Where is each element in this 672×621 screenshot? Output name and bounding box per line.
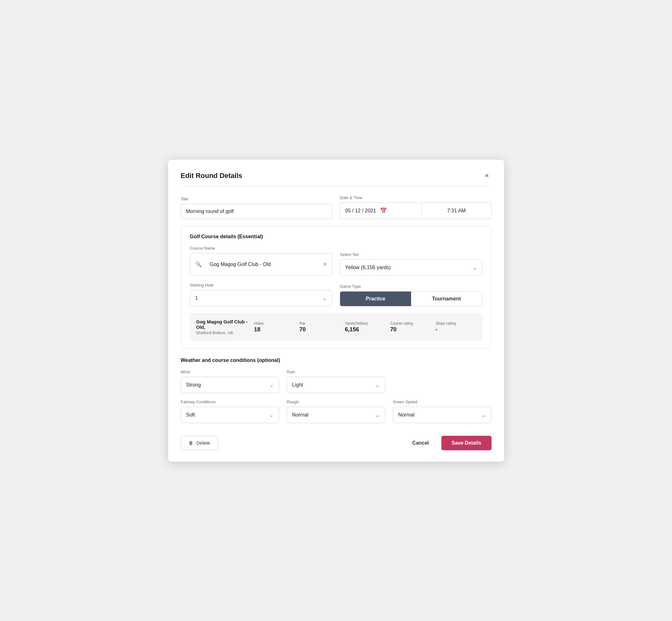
holes-value: 18 bbox=[254, 326, 260, 333]
par-value: 70 bbox=[299, 326, 306, 333]
chevron-down-icon: ⌄ bbox=[472, 264, 477, 271]
rain-group: Rain Light ⌄ bbox=[287, 370, 385, 393]
clear-icon[interactable]: ✕ bbox=[323, 261, 327, 267]
golf-course-section: Golf Course details (Essential) Course N… bbox=[181, 226, 492, 349]
edit-round-modal: Edit Round Details × Title Date & Time 0… bbox=[168, 160, 504, 462]
search-icon: 🔍 bbox=[195, 261, 202, 267]
footer-right: Cancel Save Details bbox=[406, 436, 492, 450]
time-field[interactable]: 7:31 AM bbox=[422, 203, 492, 219]
fairway-select[interactable]: Soft ⌄ bbox=[181, 407, 279, 423]
chevron-down-icon-7: ⌄ bbox=[481, 411, 486, 418]
select-tee-label: Select Tee bbox=[340, 252, 482, 257]
rain-select[interactable]: Light ⌄ bbox=[287, 377, 385, 393]
rough-select[interactable]: Normal ⌄ bbox=[287, 407, 385, 423]
date-value: 05 / 12 / 2021 bbox=[345, 208, 376, 214]
select-tee-value: Yellow (6,156 yards) bbox=[345, 265, 390, 271]
title-group: Title bbox=[181, 197, 333, 219]
starting-hole-label: Starting Hole bbox=[190, 283, 333, 287]
title-datetime-row: Title Date & Time 05 / 12 / 2021 📅 7:31 … bbox=[181, 195, 492, 219]
delete-button[interactable]: 🗑 Delete bbox=[181, 436, 218, 450]
close-button[interactable]: × bbox=[482, 171, 492, 180]
chevron-down-icon-3: ⌄ bbox=[269, 381, 274, 388]
chevron-down-icon-6: ⌄ bbox=[375, 411, 380, 418]
wind-select[interactable]: Strong ⌄ bbox=[181, 377, 279, 393]
select-tee-field[interactable]: Yellow (6,156 yards) ⌄ bbox=[340, 259, 482, 276]
calendar-icon: 📅 bbox=[380, 207, 387, 214]
slope-rating-value: - bbox=[436, 326, 437, 333]
game-type-toggle: Practice Tournament bbox=[340, 291, 482, 306]
course-tee-row: Course Name 🔍 ✕ Select Tee Yellow (6,156… bbox=[190, 246, 482, 276]
wind-value: Strong bbox=[186, 382, 201, 388]
green-select[interactable]: Normal ⌄ bbox=[393, 407, 491, 423]
holes-label: Holes bbox=[254, 321, 264, 326]
chevron-down-icon-5: ⌄ bbox=[269, 411, 274, 418]
time-value: 7:31 AM bbox=[447, 208, 466, 214]
chevron-down-icon-2: ⌄ bbox=[322, 295, 327, 302]
course-name-label: Course Name bbox=[190, 246, 333, 251]
tournament-button[interactable]: Tournament bbox=[411, 292, 482, 306]
conditions-row: Fairway Conditions Soft ⌄ Rough Normal ⌄… bbox=[181, 400, 492, 423]
weather-section: Weather and course conditions (optional)… bbox=[181, 358, 492, 423]
fairway-value: Soft bbox=[186, 412, 195, 418]
course-info-card: Gog Magog Golf Club - Old, Shelford Bott… bbox=[190, 313, 482, 341]
green-value: Normal bbox=[398, 412, 415, 418]
course-name-display: Gog Magog Golf Club - Old, bbox=[196, 319, 249, 330]
par-stat: Par 70 bbox=[294, 321, 340, 333]
title-input[interactable] bbox=[181, 204, 333, 219]
chevron-down-icon-4: ⌄ bbox=[375, 381, 380, 388]
yards-label: Yards(Yellow) bbox=[345, 321, 368, 326]
title-label: Title bbox=[181, 197, 333, 201]
starting-hole-value: 1 bbox=[195, 295, 198, 301]
select-tee-group: Select Tee Yellow (6,156 yards) ⌄ bbox=[340, 252, 482, 276]
slope-rating-label: Slope rating bbox=[436, 321, 456, 326]
yards-value: 6,156 bbox=[345, 326, 359, 333]
datetime-label: Date & Time bbox=[340, 195, 492, 200]
slope-rating-stat: Slope rating - bbox=[431, 321, 476, 333]
fairway-group: Fairway Conditions Soft ⌄ bbox=[181, 400, 279, 423]
course-name-group: Course Name 🔍 ✕ bbox=[190, 246, 333, 276]
game-type-group: Game Type Practice Tournament bbox=[340, 284, 482, 306]
green-group: Green Speed Normal ⌄ bbox=[393, 400, 491, 423]
par-label: Par bbox=[299, 321, 305, 326]
course-info-name-block: Gog Magog Golf Club - Old, Shelford Bott… bbox=[196, 319, 249, 335]
modal-title: Edit Round Details bbox=[181, 172, 243, 180]
rough-label: Rough bbox=[287, 400, 385, 404]
rough-group: Rough Normal ⌄ bbox=[287, 400, 385, 423]
game-type-label: Game Type bbox=[340, 284, 482, 289]
starting-hole-group: Starting Hole 1 ⌄ bbox=[190, 283, 333, 306]
delete-label: Delete bbox=[197, 440, 210, 446]
date-time-group: 05 / 12 / 2021 📅 7:31 AM bbox=[340, 203, 492, 219]
trash-icon: 🗑 bbox=[189, 440, 194, 446]
wind-group: Wind Strong ⌄ bbox=[181, 370, 279, 393]
holes-stat: Holes 18 bbox=[249, 321, 294, 333]
green-label: Green Speed bbox=[393, 400, 491, 404]
rain-label: Rain bbox=[287, 370, 385, 374]
modal-header: Edit Round Details × bbox=[181, 171, 492, 187]
datetime-group: Date & Time 05 / 12 / 2021 📅 7:31 AM bbox=[340, 195, 492, 219]
hole-gametype-row: Starting Hole 1 ⌄ Game Type Practice Tou… bbox=[190, 283, 482, 306]
wind-rain-row: Wind Strong ⌄ Rain Light ⌄ bbox=[181, 370, 492, 393]
wind-label: Wind bbox=[181, 370, 279, 374]
course-rating-value: 70 bbox=[390, 326, 396, 333]
practice-button[interactable]: Practice bbox=[340, 292, 411, 306]
course-name-input[interactable] bbox=[205, 257, 320, 272]
course-rating-stat: Course rating 70 bbox=[385, 321, 431, 333]
fairway-label: Fairway Conditions bbox=[181, 400, 279, 404]
rain-value: Light bbox=[292, 382, 303, 388]
yards-stat: Yards(Yellow) 6,156 bbox=[340, 321, 385, 333]
rough-value: Normal bbox=[292, 412, 308, 418]
footer-row: 🗑 Delete Cancel Save Details bbox=[181, 429, 492, 450]
save-button[interactable]: Save Details bbox=[442, 436, 491, 450]
course-name-field[interactable]: 🔍 ✕ bbox=[190, 253, 333, 276]
starting-hole-field[interactable]: 1 ⌄ bbox=[190, 290, 333, 306]
weather-section-title: Weather and course conditions (optional) bbox=[181, 358, 492, 363]
cancel-button[interactable]: Cancel bbox=[406, 436, 435, 450]
golf-section-title: Golf Course details (Essential) bbox=[190, 234, 482, 240]
date-field[interactable]: 05 / 12 / 2021 📅 bbox=[340, 203, 422, 219]
course-rating-label: Course rating bbox=[390, 321, 413, 326]
course-location: Shelford Bottom, UK bbox=[196, 330, 249, 335]
